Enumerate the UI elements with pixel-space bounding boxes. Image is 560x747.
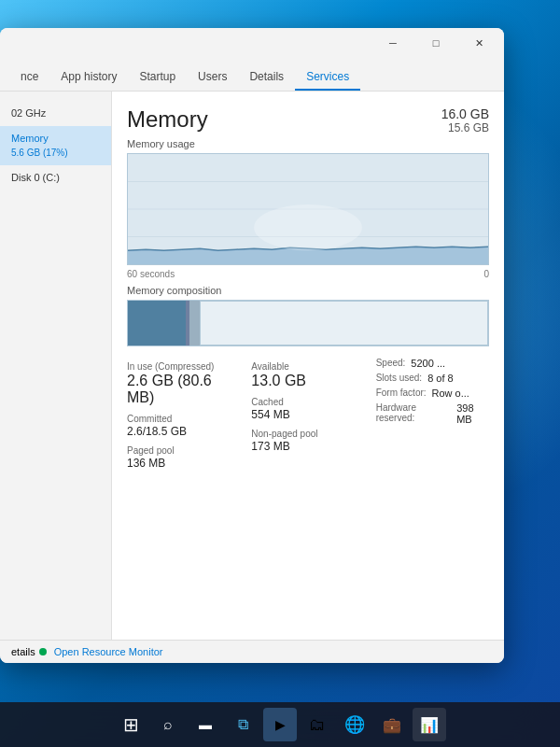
usage-chart-label: Memory usage xyxy=(127,138,489,149)
available-stat: Available 13.0 GB xyxy=(251,358,364,393)
task-manager-window: ─ □ ✕ nce App history Startup Users Deta… xyxy=(0,28,504,663)
main-area: 02 GHz Memory 5.6 GB (17%) Disk 0 (C:) M… xyxy=(0,92,504,640)
taskbar-edge[interactable]: 🌐 xyxy=(338,708,371,741)
svg-point-4 xyxy=(254,204,362,250)
maximize-button[interactable]: □ xyxy=(414,28,457,58)
sidebar: 02 GHz Memory 5.6 GB (17%) Disk 0 (C:) xyxy=(0,92,112,640)
segment-standby xyxy=(189,301,201,345)
taskbar-widgets[interactable]: ⧉ xyxy=(226,708,259,741)
memory-composition-chart xyxy=(127,300,489,346)
chart-time-end: 0 xyxy=(483,269,489,279)
usage-chart-svg xyxy=(128,154,488,264)
right-stats: Speed: 5200 ... Slots used: 8 of 8 Form … xyxy=(376,358,489,473)
sidebar-item-disk[interactable]: Disk 0 (C:) xyxy=(0,165,111,190)
status-indicator xyxy=(39,648,47,655)
window-controls: ─ □ ✕ xyxy=(371,28,500,58)
paged-pool-stat: Paged pool 136 MB xyxy=(127,442,240,473)
content-header: Memory 16.0 GB 15.6 GB xyxy=(127,106,489,134)
segment-in-use xyxy=(128,301,186,345)
content-panel: Memory 16.0 GB 15.6 GB Memory usage xyxy=(112,92,504,640)
tab-performance[interactable]: nce xyxy=(9,64,49,91)
taskbar-search[interactable]: ⌕ xyxy=(151,708,185,741)
non-paged-stat: Non-paged pool 173 MB xyxy=(251,425,364,457)
taskbar-start-button[interactable]: ⊞ xyxy=(114,708,147,741)
tab-services[interactable]: Services xyxy=(295,64,360,91)
taskbar: ⊞ ⌕ ▬ ⧉ ▶ 🗂 🌐 💼 📊 xyxy=(0,702,560,747)
middle-stats: Available 13.0 GB Cached 554 MB Non-page… xyxy=(251,358,364,473)
chart-time-labels: 60 seconds 0 xyxy=(127,269,489,279)
sidebar-item-memory[interactable]: Memory 5.6 GB (17%) xyxy=(0,126,111,164)
in-use-stat: In use (Compressed) 2.6 GB (80.6 MB) xyxy=(127,358,240,410)
close-button[interactable]: ✕ xyxy=(457,28,500,58)
total-display: 16.0 GB 15.6 GB xyxy=(441,106,489,134)
footer-bar: etails Open Resource Monitor xyxy=(0,640,504,663)
stats-section: In use (Compressed) 2.6 GB (80.6 MB) Com… xyxy=(127,358,489,473)
taskbar-explorer[interactable]: 🗂 xyxy=(301,708,334,741)
taskbar-store[interactable]: 💼 xyxy=(375,708,409,741)
segment-free xyxy=(200,301,488,345)
tab-app-history[interactable]: App history xyxy=(49,64,128,91)
section-title: Memory xyxy=(127,106,208,134)
chart-time-start: 60 seconds xyxy=(127,269,175,279)
cached-stat: Cached 554 MB xyxy=(251,393,364,425)
taskbar-zoom[interactable]: ▶ xyxy=(263,708,297,741)
taskbar-taskview[interactable]: ▬ xyxy=(189,708,222,741)
tab-users[interactable]: Users xyxy=(187,64,238,91)
left-stats: In use (Compressed) 2.6 GB (80.6 MB) Com… xyxy=(127,358,240,473)
tab-details[interactable]: Details xyxy=(238,64,295,91)
committed-stat: Committed 2.6/18.5 GB xyxy=(127,410,240,442)
footer-details-text: etails xyxy=(11,646,35,657)
memory-usage-chart xyxy=(127,153,489,265)
title-bar: ─ □ ✕ xyxy=(0,28,504,58)
sidebar-item-cpu[interactable]: 02 GHz xyxy=(0,101,111,126)
tab-bar: nce App history Startup Users Details Se… xyxy=(0,58,504,92)
open-resource-monitor-link[interactable]: Open Resource Monitor xyxy=(54,646,163,657)
tab-startup[interactable]: Startup xyxy=(128,64,187,91)
composition-label: Memory composition xyxy=(127,285,489,296)
minimize-button[interactable]: ─ xyxy=(371,28,414,58)
taskbar-taskmanager[interactable]: 📊 xyxy=(413,708,446,741)
